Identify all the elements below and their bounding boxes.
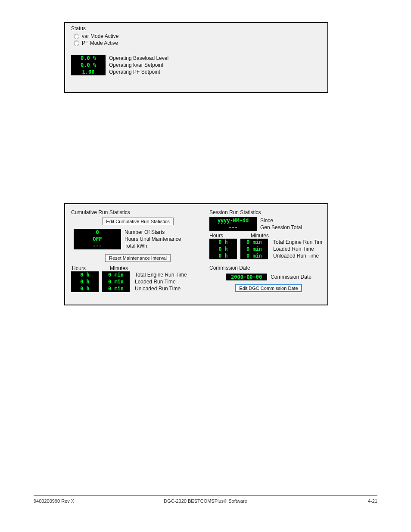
lcd-value: yyyy-MM-dd xyxy=(209,217,257,224)
session-title: Session Run Statistics xyxy=(209,209,328,215)
minutes-header: Minutes xyxy=(110,265,141,271)
lcd-value: 0.0 % xyxy=(71,55,106,62)
footer-center: DGC-2020 BESTCOMSPlus® Software xyxy=(34,498,377,504)
footer-right: 4-21 xyxy=(368,498,377,504)
radio-label: PF Mode Active xyxy=(82,40,118,46)
since-label: Since xyxy=(260,217,302,224)
run-statistics-panel: Cumulative Run Statistics Edit Cumulativ… xyxy=(64,203,328,305)
status-title: Status xyxy=(65,23,327,33)
lcd-value: 0 min xyxy=(102,271,130,278)
edit-commission-button[interactable]: Edit DGC Commission Date xyxy=(235,284,302,292)
stat-label: Hours Until Maintenance xyxy=(125,236,181,243)
lcd-value: --- xyxy=(74,243,121,249)
lcd-value: 1.00 xyxy=(71,68,106,75)
reading-row: 1.00 Operating PF Setpoint xyxy=(71,68,327,75)
stat-label: Total kWh xyxy=(125,243,181,249)
commission-title: Commission Date xyxy=(209,265,328,271)
commission-label: Commission Date xyxy=(271,274,311,280)
lcd-value: 0 min xyxy=(240,239,268,246)
radio-icon xyxy=(74,40,79,46)
lcd-value: 2000-00-00 xyxy=(226,274,267,280)
reading-label: Operating kvar Setpoint xyxy=(109,62,163,68)
hours-header: Hours xyxy=(72,265,103,271)
divider xyxy=(209,262,328,262)
lcd-value: --- xyxy=(209,224,257,231)
lcd-value: 0 h xyxy=(71,285,99,292)
run-label: Loaded Run Time xyxy=(273,246,322,252)
run-label: Loaded Run Time xyxy=(135,278,187,285)
lcd-value: 0 min xyxy=(240,252,268,259)
run-label: Total Engine Run Tim xyxy=(273,239,322,246)
lcd-value: 0 h xyxy=(71,278,99,285)
lcd-value: 0 h xyxy=(209,252,237,259)
lcd-value: OFF xyxy=(74,236,121,243)
hours-header: Hours xyxy=(209,233,240,239)
lcd-value: 0 h xyxy=(209,246,237,252)
radio-pf-mode[interactable]: PF Mode Active xyxy=(65,40,327,47)
lcd-value: 0 min xyxy=(102,278,130,285)
radio-icon xyxy=(74,34,79,39)
run-label: Unloaded Run Time xyxy=(135,285,187,292)
reading-label: Operating PF Setpoint xyxy=(109,69,160,75)
footer-left: 9400200990 Rev X xyxy=(34,498,74,504)
lcd-value: 0 xyxy=(74,229,121,236)
lcd-value: 0 min xyxy=(240,246,268,252)
run-label: Unloaded Run Time xyxy=(273,252,322,259)
lcd-value: 0.0 % xyxy=(71,62,106,68)
session-run-stats: Session Run Statistics yyyy-MM-dd --- Si… xyxy=(209,209,328,296)
reading-row: 0.0 % Operating kvar Setpoint xyxy=(71,62,327,68)
cumulative-run-stats: Cumulative Run Statistics Edit Cumulativ… xyxy=(71,209,205,292)
gen-session-label: Gen Session Total xyxy=(260,224,302,231)
reading-label: Operating Baseload Level xyxy=(109,55,168,61)
reading-row: 0.0 % Operating Baseload Level xyxy=(71,55,327,62)
minutes-header: Minutes xyxy=(251,233,282,239)
status-panel: Status var Mode Active PF Mode Active 0.… xyxy=(64,22,328,93)
run-label: Total Engine Run Time xyxy=(135,271,187,278)
cumulative-title: Cumulative Run Statistics xyxy=(71,209,205,215)
lcd-value: 0 min xyxy=(102,285,130,292)
stat-label: Number Of Starts xyxy=(125,229,181,236)
lcd-value: 0 h xyxy=(71,271,99,278)
radio-var-mode[interactable]: var Mode Active xyxy=(65,33,327,40)
reset-maintenance-button[interactable]: Reset Maintenance Interval xyxy=(105,254,171,262)
radio-label: var Mode Active xyxy=(82,33,118,39)
edit-cumulative-button[interactable]: Edit Cumulative Run Statistics xyxy=(102,218,173,225)
page-footer: 9400200990 Rev X DGC-2020 BESTCOMSPlus® … xyxy=(34,495,377,504)
lcd-value: 0 h xyxy=(209,239,237,246)
